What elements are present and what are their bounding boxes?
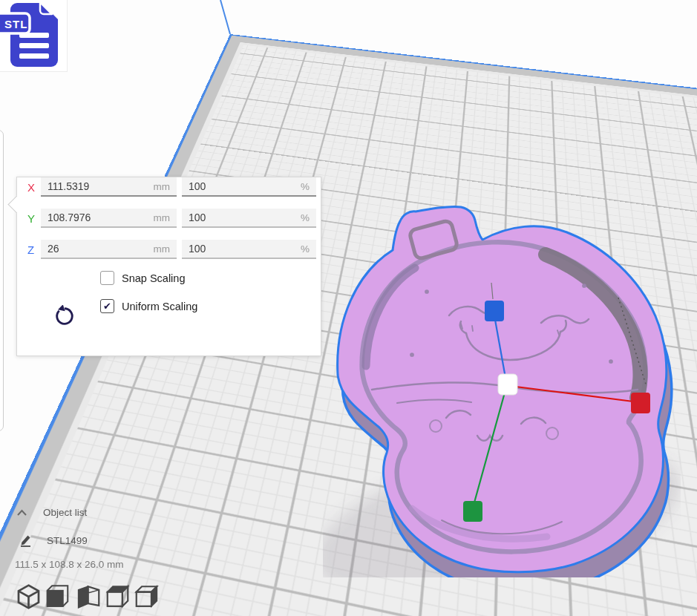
- object-list-item[interactable]: STL1499: [19, 534, 88, 547]
- percent-unit-label: %: [301, 243, 310, 255]
- scale-x-mm-field[interactable]: mm: [41, 177, 177, 197]
- right-view-cube-icon: [134, 583, 159, 610]
- scale-y-percent-input[interactable]: [189, 212, 298, 223]
- scale-y-percent-field[interactable]: %: [182, 209, 316, 228]
- stl-badge-label: STL: [4, 18, 27, 30]
- axis-z-label: Z: [27, 243, 39, 256]
- snap-scaling-row: Snap Scaling: [100, 271, 321, 285]
- mm-unit-label: mm: [154, 181, 171, 192]
- top-view-cube-icon: [105, 583, 130, 610]
- scale-handle-z[interactable]: [485, 301, 504, 321]
- view-mode-toolbar: [16, 583, 163, 610]
- scale-y-mm-field[interactable]: mm: [41, 209, 177, 228]
- object-list-header[interactable]: Object list: [16, 507, 87, 518]
- checkmark-icon: ✔: [103, 301, 111, 311]
- scale-row-x: X mm %: [17, 177, 321, 197]
- reset-scale-button[interactable]: [51, 304, 78, 330]
- chevron-up-icon: [16, 509, 27, 517]
- scale-tool-panel: X mm % Y mm % Z mm %: [16, 177, 321, 356]
- scale-x-percent-field[interactable]: %: [182, 177, 316, 197]
- percent-unit-label: %: [301, 181, 310, 192]
- right-view-button[interactable]: [134, 583, 159, 610]
- axis-x-label: X: [27, 181, 39, 194]
- scale-x-mm-input[interactable]: [48, 180, 151, 192]
- front-view-button[interactable]: [45, 583, 70, 610]
- mm-unit-label: mm: [154, 212, 171, 223]
- object-list-title: Object list: [43, 507, 87, 518]
- stl-file-tile[interactable]: STL: [0, 0, 68, 72]
- scale-y-mm-input[interactable]: [48, 212, 151, 223]
- stl-file-icon: STL: [0, 0, 68, 72]
- mm-unit-label: mm: [154, 243, 171, 255]
- scale-z-mm-field[interactable]: mm: [41, 240, 177, 259]
- scale-z-percent-field[interactable]: %: [182, 240, 316, 259]
- object-name: STL1499: [47, 535, 88, 546]
- scale-row-z: Z mm %: [17, 240, 321, 259]
- reset-icon: [53, 305, 76, 327]
- scale-x-percent-input[interactable]: [189, 180, 298, 192]
- percent-unit-label: %: [301, 212, 310, 223]
- snap-scaling-label: Snap Scaling: [122, 272, 185, 284]
- 3d-view-button[interactable]: [16, 583, 41, 610]
- scale-z-mm-input[interactable]: [48, 243, 151, 255]
- uniform-scaling-checkbox[interactable]: ✔: [100, 299, 114, 313]
- scale-handle-x[interactable]: [631, 393, 650, 413]
- 3d-view-cube-icon: [16, 583, 41, 610]
- left-view-button[interactable]: [76, 583, 101, 610]
- left-view-cube-icon: [76, 583, 101, 610]
- model-mushroom-mold[interactable]: [323, 203, 681, 577]
- axis-y-label: Y: [27, 212, 39, 225]
- collapsed-panel-edge: [0, 130, 4, 431]
- scale-handle-y[interactable]: [463, 501, 482, 522]
- uniform-scaling-label: Uniform Scaling: [122, 301, 197, 312]
- top-view-button[interactable]: [105, 583, 130, 610]
- front-view-cube-icon: [45, 583, 70, 610]
- rename-pencil-icon: [19, 534, 33, 547]
- snap-scaling-checkbox[interactable]: [100, 271, 114, 285]
- model-dimensions-label: 111.5 x 108.8 x 26.0 mm: [15, 559, 124, 570]
- scale-handle-center[interactable]: [498, 374, 517, 395]
- scale-row-y: Y mm %: [17, 209, 321, 228]
- uniform-scaling-row: ✔ Uniform Scaling: [100, 299, 321, 313]
- scale-z-percent-input[interactable]: [189, 243, 298, 255]
